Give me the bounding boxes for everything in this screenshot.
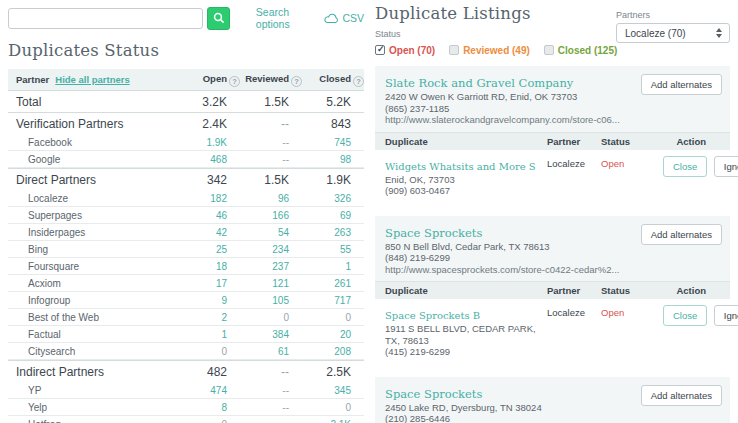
duplicate-phone: (415) 219-6299 — [385, 346, 547, 358]
duplicate-phone: (909) 603-0467 — [385, 185, 547, 197]
status-filters: Open (70) Reviewed (49) Closed (125) — [375, 42, 730, 58]
partner-name: Best of the Web — [28, 312, 99, 323]
business-name-link[interactable]: Slate Rock and Gravel Company — [385, 76, 573, 91]
open-count[interactable]: 2 — [178, 312, 240, 323]
status-filter-text: Reviewed (49) — [463, 45, 530, 56]
add-alternates-button[interactable]: Add alternates — [641, 224, 722, 245]
reviewed-count[interactable]: 166 — [240, 210, 302, 221]
closed-count[interactable]: 345 — [302, 385, 364, 396]
duplicate-status: Open — [601, 156, 663, 169]
open-count[interactable]: 25 — [178, 244, 240, 255]
duplicate-column-header: Duplicate — [375, 136, 547, 147]
reviewed-count[interactable]: 234 — [240, 244, 302, 255]
reviewed-count[interactable]: 61 — [240, 346, 302, 357]
close-button[interactable]: Close — [663, 156, 707, 177]
status-filter-checkbox[interactable]: Closed (125) — [544, 45, 617, 56]
partner-name: Direct Partners — [16, 173, 96, 187]
reviewed-count: -- — [240, 137, 302, 148]
open-count[interactable]: 18 — [178, 261, 240, 272]
ignore-button[interactable]: Ignore — [714, 156, 738, 177]
open-count[interactable]: 9 — [178, 295, 240, 306]
open-count[interactable]: 46 — [178, 210, 240, 221]
reviewed-count: -- — [240, 154, 302, 165]
reviewed-count[interactable]: 96 — [240, 193, 302, 204]
table-row: Citysearch 0 61 208 — [8, 343, 364, 360]
csv-link[interactable]: CSV — [324, 12, 364, 24]
reviewed-count[interactable]: 121 — [240, 278, 302, 289]
add-alternates-button[interactable]: Add alternates — [641, 74, 722, 95]
search-button[interactable] — [207, 7, 230, 30]
closed-count[interactable]: 1 — [302, 261, 364, 272]
table-row: Bing 25 234 55 — [8, 241, 364, 258]
duplicate-listings-panel: Duplicate Listings Status Open (70) Revi… — [372, 0, 738, 423]
partner-name: Insiderpages — [28, 227, 85, 238]
add-alternates-button[interactable]: Add alternates — [641, 385, 722, 406]
closed-count[interactable]: 20 — [302, 329, 364, 340]
reviewed-count: 1.5K — [240, 173, 302, 187]
checkbox-icon — [375, 45, 385, 55]
partner-name: Verification Partners — [16, 117, 123, 131]
open-count[interactable]: 42 — [178, 227, 240, 238]
search-input[interactable] — [8, 8, 203, 29]
business-name-link[interactable]: Space Sprockets — [385, 226, 482, 241]
table-row: Hotfrog 0 -- 2.1K — [8, 416, 364, 423]
reviewed-count[interactable]: 384 — [240, 329, 302, 340]
closed-count: 2.5K — [302, 365, 364, 379]
table-row: Foursquare 18 237 1 — [8, 258, 364, 275]
search-options-link[interactable]: Search options — [256, 6, 325, 30]
reviewed-count: -- — [240, 402, 302, 413]
closed-count[interactable]: 2.1K — [302, 419, 364, 423]
duplicate-name-link[interactable]: Space Sprockets B — [385, 310, 480, 322]
hide-all-partners-link[interactable]: Hide all partners — [55, 74, 129, 85]
status-filter-checkbox[interactable]: Open (70) — [375, 45, 435, 56]
business-name-link[interactable]: Space Sprockets — [385, 387, 482, 402]
open-count[interactable]: 8 — [178, 402, 240, 413]
partner-name: Factual — [28, 329, 61, 340]
open-count[interactable]: 1 — [178, 329, 240, 340]
status-filter-text: Open (70) — [389, 45, 435, 56]
status-filter-checkbox[interactable]: Reviewed (49) — [449, 45, 530, 56]
closed-count: 1.9K — [302, 173, 364, 187]
reviewed-count[interactable]: 237 — [240, 261, 302, 272]
business-phone: (210) 285-6446 — [385, 413, 720, 423]
table-row: Total 3.2K 1.5K 5.2K — [8, 90, 364, 112]
open-count[interactable]: 1.9K — [178, 137, 240, 148]
help-icon[interactable] — [291, 76, 302, 87]
help-icon[interactable] — [353, 76, 364, 87]
closed-column-header: Closed — [302, 73, 364, 87]
open-count: 3.2K — [178, 95, 240, 109]
closed-count[interactable]: 263 — [302, 227, 364, 238]
closed-count[interactable]: 717 — [302, 295, 364, 306]
reviewed-count: -- — [240, 117, 302, 131]
table-row: Localeze 182 96 326 — [8, 190, 364, 207]
close-button[interactable]: Close — [663, 305, 707, 326]
closed-count[interactable]: 326 — [302, 193, 364, 204]
closed-count[interactable]: 208 — [302, 346, 364, 357]
open-count[interactable]: 474 — [178, 385, 240, 396]
open-count: 342 — [178, 173, 240, 187]
closed-count[interactable]: 261 — [302, 278, 364, 289]
search-bar: Search options CSV — [8, 6, 364, 30]
duplicate-name-link[interactable]: Widgets Whatsits and More S — [385, 161, 536, 173]
open-count[interactable]: 17 — [178, 278, 240, 289]
reviewed-count: -- — [240, 385, 302, 396]
partners-label: Partners — [616, 10, 730, 20]
partner-name: Indirect Partners — [16, 365, 104, 379]
partners-select[interactable]: Localeze (70) — [616, 23, 730, 43]
closed-count[interactable]: 55 — [302, 244, 364, 255]
table-row: Superpages 46 166 69 — [8, 207, 364, 224]
partner-column-header: Partner — [16, 74, 49, 85]
reviewed-count[interactable]: 105 — [240, 295, 302, 306]
open-count[interactable]: 468 — [178, 154, 240, 165]
open-count[interactable]: 182 — [178, 193, 240, 204]
closed-count[interactable]: 69 — [302, 210, 364, 221]
open-count: 482 — [178, 365, 240, 379]
table-row: Google 468 -- 98 — [8, 151, 364, 168]
ignore-button[interactable]: Ignore — [714, 305, 738, 326]
closed-count[interactable]: 745 — [302, 137, 364, 148]
reviewed-count[interactable]: 54 — [240, 227, 302, 238]
closed-count[interactable]: 98 — [302, 154, 364, 165]
partner-name: Total — [16, 95, 41, 109]
help-icon[interactable] — [229, 76, 240, 87]
duplicates-status-table: Total 3.2K 1.5K 5.2K Verification Partne… — [8, 90, 364, 423]
